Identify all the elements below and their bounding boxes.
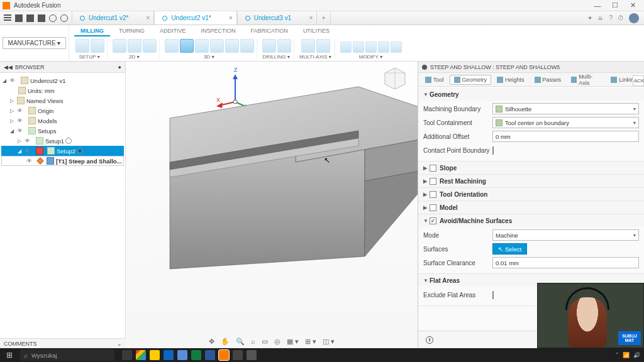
checkbox-slope[interactable] (430, 165, 436, 172)
section-model[interactable]: ▶Model (418, 201, 644, 214)
tab-geometry[interactable]: Geometry (450, 75, 492, 85)
modify-icon[interactable] (340, 41, 352, 53)
redo-icon[interactable] (60, 14, 68, 22)
checkbox-orientation[interactable] (430, 191, 436, 198)
tab-passes[interactable]: Passes (530, 75, 566, 85)
document-tab-1[interactable]: Undercut1 v2* × (72, 11, 154, 25)
section-tool-orientation[interactable]: ▶Tool Orientation (418, 188, 644, 200)
viewport-icon[interactable]: ◫ ▾ (323, 337, 335, 346)
input-surface-clearance[interactable] (492, 257, 639, 268)
start-button[interactable]: ⊞ (0, 351, 19, 359)
maximize-button[interactable]: ☐ (606, 1, 624, 9)
app-icon[interactable] (233, 350, 243, 360)
grid-icon[interactable] (4, 14, 11, 22)
tab-tool[interactable]: Tool (421, 75, 448, 85)
modify-icon[interactable] (391, 41, 402, 53)
extensions-icon[interactable]: ✦ (587, 14, 592, 21)
volume-icon[interactable]: 🔊 (633, 352, 640, 358)
excel-icon[interactable] (191, 350, 201, 360)
2d-op-icon[interactable] (113, 39, 126, 53)
checkbox-rest[interactable] (430, 178, 436, 185)
3d-op-icon[interactable] (225, 39, 239, 53)
app-icon[interactable] (177, 350, 187, 360)
document-tab-2[interactable]: Undercut2 v1* × (154, 11, 236, 25)
orbit-icon[interactable]: ✥ (209, 337, 214, 346)
tree-models[interactable]: ▷Models (1, 116, 124, 126)
chrome-icon[interactable] (136, 350, 146, 360)
checkbox-avoid-surfaces[interactable] (430, 217, 436, 224)
modify-icon[interactable] (365, 41, 377, 53)
data-panel-icon[interactable] (15, 14, 23, 22)
document-tab-3[interactable]: Undercut3 v1 × (237, 11, 317, 25)
3d-op-icon[interactable] (240, 39, 254, 53)
active-setup-radio[interactable] (77, 148, 83, 154)
multiaxis-icon[interactable] (316, 39, 330, 53)
help-icon[interactable]: ? (609, 14, 613, 21)
tree-setup1[interactable]: ▷Setup1 (1, 136, 124, 146)
tab-multiaxis[interactable]: Multi-Axis (567, 72, 605, 88)
close-tab-icon[interactable]: × (309, 14, 313, 21)
visibility-icon[interactable] (17, 107, 25, 114)
dropdown-tool-containment[interactable]: Tool center on boundary (492, 117, 639, 128)
notifications-icon[interactable]: 🕭 (597, 14, 604, 21)
3d-op-icon[interactable] (210, 39, 224, 53)
tree-root[interactable]: ◢Undercut2 v1 (1, 75, 124, 85)
expand-icon[interactable]: ⌄ (117, 341, 122, 347)
zoom-window-icon[interactable]: ⌕ (251, 337, 255, 345)
modify-icon[interactable] (378, 41, 389, 53)
tree-named-views[interactable]: ▷Named Views (1, 96, 124, 106)
minimize-button[interactable]: — (589, 2, 606, 9)
display-icon[interactable]: ▦ ▾ (287, 337, 299, 346)
new-tab-button[interactable]: + (317, 11, 331, 25)
2d-op-icon[interactable] (128, 39, 142, 53)
section-slope[interactable]: ▶Slope (418, 162, 644, 174)
explorer-icon[interactable] (150, 350, 160, 360)
multiaxis-icon[interactable] (301, 39, 315, 53)
visibility-icon[interactable] (17, 117, 25, 124)
visibility-icon[interactable] (17, 127, 25, 134)
user-avatar[interactable] (629, 13, 639, 23)
section-avoid-surfaces[interactable]: ▼Avoid/Machine Surfaces (418, 214, 644, 227)
nc-program-icon[interactable] (91, 39, 104, 53)
side-dock-item[interactable]: ACK (633, 75, 644, 86)
active-setup-radio[interactable] (65, 138, 72, 144)
zoom-icon[interactable]: 🔍 (236, 337, 245, 346)
dropdown-machining-boundary[interactable]: Silhouette (492, 103, 639, 114)
3d-op-icon[interactable] (165, 39, 179, 53)
tree-origin[interactable]: ▷Origin (1, 106, 124, 116)
steep-shallow-icon[interactable] (180, 39, 194, 53)
3d-op-icon[interactable] (195, 39, 209, 53)
info-icon[interactable]: i (426, 336, 433, 344)
section-rest-machining[interactable]: ▶Rest Machining (418, 175, 644, 187)
tab-inspection[interactable]: INSPECTION (195, 26, 242, 36)
app-icon[interactable] (164, 350, 174, 360)
drill-icon[interactable] (277, 39, 291, 53)
grid-icon[interactable]: ⊞ ▾ (305, 337, 316, 346)
system-tray[interactable]: ˄ 📶 🔊 (616, 352, 644, 358)
comments-bar[interactable]: COMMENTS ⌄ (0, 338, 126, 348)
fit-icon[interactable]: ▭ (262, 337, 268, 346)
viewport[interactable]: Z X ↖ (126, 62, 418, 348)
close-tab-icon[interactable]: × (229, 14, 233, 21)
tab-heights[interactable]: Heights (492, 75, 529, 85)
close-button[interactable]: ✕ (624, 1, 641, 9)
workspace-switcher[interactable]: MANUFACTURE ▾ (0, 25, 69, 61)
checkbox-model[interactable] (430, 204, 436, 211)
collapse-icon[interactable]: ◀◀ (4, 64, 13, 70)
visibility-icon[interactable] (26, 157, 34, 165)
setup-icon[interactable] (75, 39, 89, 53)
input-additional-offset[interactable] (492, 131, 639, 142)
modify-icon[interactable] (353, 41, 364, 53)
tree-setups[interactable]: ◢Setups (1, 126, 124, 136)
tab-fabrication[interactable]: FABRICATION (245, 26, 294, 36)
dropdown-mode[interactable]: Machine (492, 229, 639, 241)
word-icon[interactable] (205, 350, 215, 360)
manufacture-button[interactable]: MANUFACTURE ▾ (3, 37, 67, 49)
section-geometry[interactable]: ▼Geometry (418, 88, 644, 101)
visibility-icon[interactable] (25, 137, 32, 145)
select-surfaces-button[interactable]: ↖Select (492, 243, 527, 255)
tab-turning[interactable]: TURNING (113, 26, 151, 36)
tray-up-icon[interactable]: ˄ (616, 352, 619, 358)
jobs-icon[interactable]: ⏱ (618, 14, 624, 21)
look-at-icon[interactable]: ◎ (274, 337, 280, 346)
